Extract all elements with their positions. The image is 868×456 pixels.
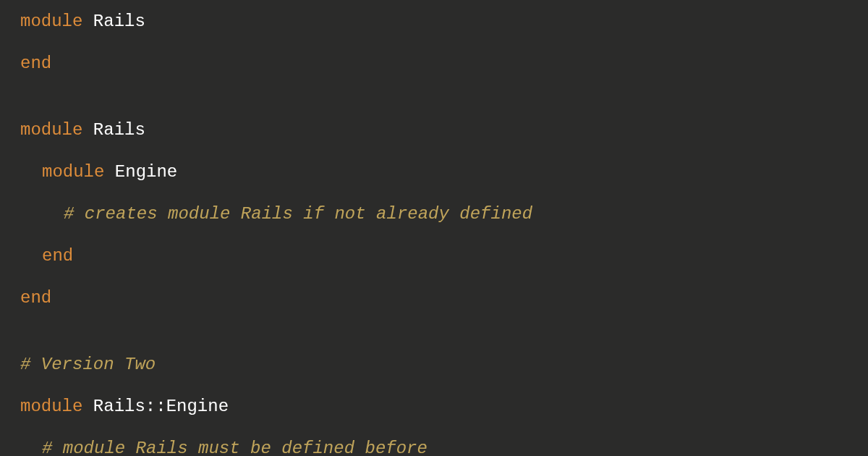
code-line[interactable]: module Rails [20,117,848,143]
code-line[interactable]: end [20,51,848,77]
code-keyword: end [20,54,51,73]
code-keyword: end [20,288,51,308]
blank-line [20,327,848,336]
code-classname: Rails::Engine [93,397,229,416]
code-text [82,12,93,31]
code-keyword: module [20,120,82,140]
code-line[interactable]: # Version Two [20,352,848,378]
code-comment: # creates module Rails if not already de… [64,204,532,224]
code-line[interactable]: module Engine [20,159,848,185]
code-keyword: end [42,246,73,266]
code-line[interactable]: module Rails::Engine [20,394,848,420]
code-line[interactable]: module Rails [20,9,848,35]
blank-line [20,93,848,101]
code-keyword: module [20,397,82,416]
code-comment: # Version Two [20,355,156,374]
code-text [82,397,93,416]
code-text [104,162,114,182]
code-text [82,120,93,140]
code-keyword: module [20,12,82,31]
code-classname: Engine [115,162,177,182]
code-line[interactable]: end [20,243,848,269]
code-line[interactable]: # creates module Rails if not already de… [20,201,848,227]
code-classname: Rails [93,120,145,140]
code-editor-content[interactable]: module Railsendmodule Railsmodule Engine… [20,9,848,456]
code-keyword: module [42,162,104,182]
code-line[interactable]: end [20,285,848,311]
code-classname: Rails [93,12,145,31]
code-line[interactable]: # module Rails must be defined before [20,436,848,456]
code-comment: # module Rails must be defined before [42,439,427,456]
